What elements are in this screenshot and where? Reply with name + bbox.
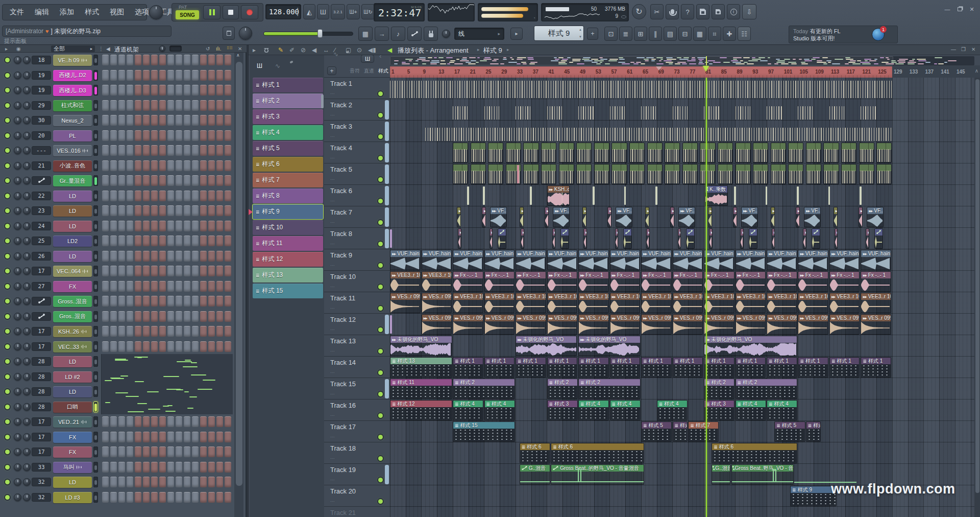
step-cell[interactable]	[216, 221, 223, 231]
menu-item-3[interactable]: 添加	[60, 8, 74, 17]
step-cell[interactable]	[127, 221, 133, 231]
timeline-ruler[interactable]: 1591317212529333741454953576165697377818…	[390, 65, 980, 78]
step-cell[interactable]	[167, 205, 174, 216]
pattern-clip[interactable]: ≣样式 4	[484, 400, 515, 420]
step-cell[interactable]	[208, 311, 215, 322]
pattern-selector-display[interactable]: 样式 9 ▲ ▼	[534, 26, 584, 41]
channel-button[interactable]: LD	[53, 477, 92, 488]
step-cell[interactable]	[184, 175, 190, 186]
channel-button[interactable]: 马叫	[53, 462, 92, 473]
channel-led-icon[interactable]	[5, 344, 10, 349]
step-cell[interactable]	[135, 175, 141, 186]
step-cell[interactable]	[102, 281, 109, 292]
track-header[interactable]: Track 14⋯	[324, 357, 390, 378]
step-cell[interactable]	[167, 191, 174, 201]
track-options-icon[interactable]: ⋯	[330, 263, 335, 268]
step-cell[interactable]	[159, 447, 166, 457]
track-led-icon[interactable]	[378, 220, 383, 225]
audio-clip[interactable]: ▶▶VES..r 099	[736, 314, 766, 335]
track-led-icon[interactable]	[378, 113, 383, 118]
track-name[interactable]: Track 21	[330, 509, 356, 516]
audio-clip[interactable]: ▶▶	[615, 228, 619, 249]
channel-selector[interactable]	[93, 281, 98, 292]
channel-button[interactable]: LD	[53, 356, 92, 367]
audio-clip[interactable]: ▶▶	[709, 228, 713, 249]
step-cell[interactable]	[102, 416, 109, 427]
track-led-icon[interactable]	[378, 370, 383, 375]
step-cell[interactable]	[151, 221, 158, 231]
audio-clip[interactable]	[841, 164, 856, 184]
audio-clip[interactable]: ▶▶VES..r 099	[484, 314, 515, 335]
channel-pan-knob[interactable]	[14, 283, 21, 290]
audio-clip[interactable]	[523, 143, 538, 163]
step-cell[interactable]	[110, 55, 117, 65]
step-cell[interactable]	[192, 145, 199, 156]
audio-clip[interactable]: ▶▶	[457, 207, 461, 227]
step-cell[interactable]	[176, 236, 182, 246]
step-edit-button[interactable]: Ш+	[347, 4, 360, 19]
close-button[interactable]: ✕	[967, 5, 977, 13]
channel-pan-knob[interactable]	[14, 478, 21, 486]
step-cell[interactable]	[151, 145, 158, 156]
step-cell[interactable]	[110, 266, 117, 276]
audio-clip[interactable]	[629, 164, 645, 184]
automation-clip[interactable]: Gross Beat..的野马_VO - 音量混音	[551, 464, 644, 485]
rack-scrollbar[interactable]: ∧	[234, 53, 243, 517]
audio-clip[interactable]: ▶▶VES..r 099	[767, 314, 797, 335]
channel-volume-knob[interactable]	[23, 267, 31, 275]
track-name[interactable]: Track 10	[330, 273, 356, 280]
step-cell[interactable]	[176, 416, 182, 427]
audio-clip[interactable]	[806, 164, 821, 184]
step-cell[interactable]	[118, 55, 125, 65]
channel-button[interactable]: 西楼儿..D2	[53, 70, 92, 81]
audio-clip[interactable]: ▶▶Fx -..- 1	[798, 271, 828, 292]
step-cell[interactable]	[200, 160, 207, 171]
track-led-icon[interactable]	[378, 327, 383, 332]
step-cell[interactable]	[176, 160, 182, 171]
step-cell[interactable]	[225, 447, 231, 457]
track-name[interactable]: Track 2	[330, 101, 352, 109]
audio-clip[interactable]	[629, 143, 645, 163]
audio-clip[interactable]: ▶▶VEE3..r 10	[484, 293, 515, 313]
pattern-clip[interactable]: ≣样式 1	[798, 357, 828, 378]
step-cell[interactable]	[208, 145, 215, 156]
step-cell[interactable]	[167, 266, 174, 276]
step-cell[interactable]	[102, 85, 109, 96]
step-cell[interactable]	[127, 251, 133, 262]
step-cell[interactable]	[159, 55, 166, 65]
rack-swing-display[interactable]	[169, 45, 182, 52]
record-button[interactable]	[241, 5, 258, 19]
step-cell[interactable]	[159, 311, 166, 322]
audio-clip[interactable]: ▶▶VEE3..r 10	[453, 293, 483, 313]
playlist-scrollbar[interactable]	[974, 78, 980, 517]
step-cell[interactable]	[184, 55, 190, 65]
channel-pan-knob[interactable]	[14, 116, 21, 124]
step-cell[interactable]	[184, 160, 190, 171]
step-cell[interactable]	[135, 296, 141, 307]
step-cell[interactable]	[192, 100, 199, 111]
clip-stems[interactable]	[578, 106, 594, 120]
channel-pan-knob[interactable]	[14, 192, 21, 200]
step-cell[interactable]	[176, 251, 182, 262]
step-cell[interactable]	[127, 447, 133, 457]
audio-clip[interactable]: ▶▶未驯化的野马_VO	[578, 336, 641, 356]
pattern-clip[interactable]: ≣样式 4	[657, 400, 688, 420]
step-cell[interactable]	[159, 191, 166, 201]
step-cell[interactable]	[151, 326, 158, 337]
step-cell[interactable]	[110, 492, 117, 503]
audio-clip[interactable]: ▶▶VES..r 099	[578, 314, 609, 335]
pattern-clip[interactable]: ≣样式 1	[704, 357, 734, 378]
audio-clip[interactable]: ▶▶VES..r 099	[422, 293, 452, 313]
channel-volume-knob[interactable]	[23, 72, 31, 79]
channel-volume-knob[interactable]	[23, 418, 31, 426]
step-cell[interactable]	[216, 341, 223, 352]
audio-clip[interactable]: ▶▶VES..r 099	[610, 314, 641, 335]
audio-clip[interactable]	[700, 143, 715, 163]
step-cell[interactable]	[151, 191, 158, 201]
step-cell[interactable]	[184, 416, 190, 427]
sync-button[interactable]: ↻	[632, 4, 646, 19]
channel-button[interactable]: Gr..量混音	[53, 175, 92, 186]
pattern-clip[interactable]: ≣样式 1	[453, 357, 483, 378]
step-cell[interactable]	[216, 416, 223, 427]
pattern-clip[interactable]: ≣样式 4	[453, 400, 483, 420]
